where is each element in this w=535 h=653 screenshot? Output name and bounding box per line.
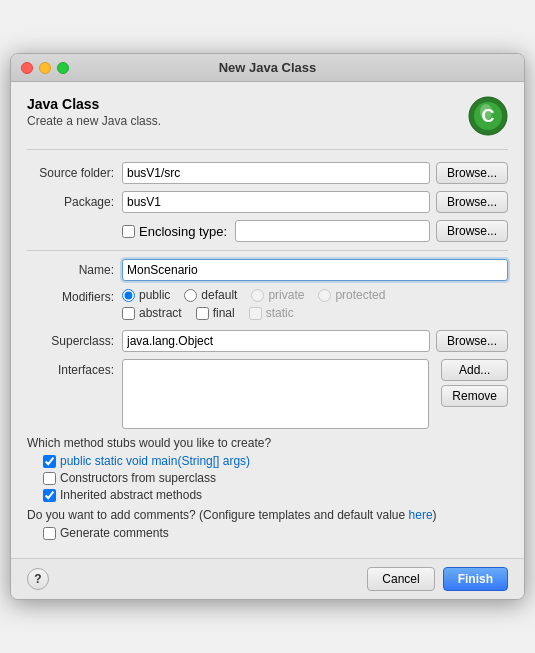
modifier-private-label: private [268, 288, 304, 302]
modifier-abstract-label: abstract [139, 306, 182, 320]
superclass-row: Superclass: Browse... [27, 330, 508, 352]
modifier-default-label: default [201, 288, 237, 302]
modifier-private-radio[interactable] [251, 289, 264, 302]
comments-question: Do you want to add comments? (Configure … [27, 508, 508, 522]
enclosing-type-input[interactable] [235, 220, 430, 242]
name-input[interactable] [122, 259, 508, 281]
modifier-static-label: static [266, 306, 294, 320]
modifier-public-label: public [139, 288, 170, 302]
interfaces-buttons: Add... Remove [435, 359, 508, 407]
modifiers-row: Modifiers: public default private [27, 288, 508, 324]
traffic-lights [21, 62, 69, 74]
footer-buttons: Cancel Finish [367, 567, 508, 591]
package-input[interactable] [122, 191, 430, 213]
stub-inherited: Inherited abstract methods [43, 488, 508, 502]
titlebar: New Java Class [11, 54, 524, 82]
stub-constructors: Constructors from superclass [43, 471, 508, 485]
stub-inherited-checkbox[interactable] [43, 489, 56, 502]
modifier-protected-radio[interactable] [318, 289, 331, 302]
source-folder-input[interactable] [122, 162, 430, 184]
comments-here-link[interactable]: here [409, 508, 433, 522]
modifiers-visibility-row: public default private protected [122, 288, 508, 302]
dialog-title: New Java Class [219, 60, 317, 75]
generate-comments-checkbox[interactable] [43, 527, 56, 540]
stub-constructors-checkbox[interactable] [43, 472, 56, 485]
name-row: Name: [27, 259, 508, 281]
modifier-public[interactable]: public [122, 288, 170, 302]
modifiers-extra-row: abstract final static [122, 306, 508, 320]
comments-question-text: Do you want to add comments? (Configure … [27, 508, 405, 522]
stub-main-checkbox[interactable] [43, 455, 56, 468]
interfaces-textarea[interactable] [122, 359, 429, 429]
modifier-static-checkbox[interactable] [249, 307, 262, 320]
interfaces-label: Interfaces: [27, 359, 122, 377]
interfaces-row: Interfaces: Add... Remove [27, 359, 508, 429]
generate-comments-label: Generate comments [60, 526, 169, 540]
modifier-private[interactable]: private [251, 288, 304, 302]
name-label: Name: [27, 263, 122, 277]
package-row: Package: Browse... [27, 191, 508, 213]
stub-main-text: public static void main(String[] args) [60, 454, 250, 468]
eclipse-icon: C [468, 96, 508, 139]
modifier-public-radio[interactable] [122, 289, 135, 302]
modifier-abstract[interactable]: abstract [122, 306, 182, 320]
finish-button[interactable]: Finish [443, 567, 508, 591]
interfaces-remove-button[interactable]: Remove [441, 385, 508, 407]
package-browse-button[interactable]: Browse... [436, 191, 508, 213]
footer: ? Cancel Finish [11, 558, 524, 599]
header-text: Java Class Create a new Java class. [27, 96, 161, 128]
modifier-final-label: final [213, 306, 235, 320]
modifier-final[interactable]: final [196, 306, 235, 320]
modifiers-label: Modifiers: [27, 288, 122, 304]
new-java-class-dialog: New Java Class Java Class Create a new J… [10, 53, 525, 600]
header-subtitle: Create a new Java class. [27, 114, 161, 128]
minimize-button[interactable] [39, 62, 51, 74]
enclosing-type-text: Enclosing type: [139, 224, 227, 239]
enclosing-type-browse-button[interactable]: Browse... [436, 220, 508, 242]
modifier-static[interactable]: static [249, 306, 294, 320]
modifier-protected[interactable]: protected [318, 288, 385, 302]
modifier-final-checkbox[interactable] [196, 307, 209, 320]
enclosing-type-checkbox-row: Enclosing type: [122, 220, 430, 242]
stubs-question: Which method stubs would you like to cre… [27, 436, 508, 450]
interfaces-add-button[interactable]: Add... [441, 359, 508, 381]
generate-comments-row: Generate comments [43, 526, 508, 540]
close-button[interactable] [21, 62, 33, 74]
source-folder-browse-button[interactable]: Browse... [436, 162, 508, 184]
superclass-browse-button[interactable]: Browse... [436, 330, 508, 352]
modifier-default[interactable]: default [184, 288, 237, 302]
stubs-section: Which method stubs would you like to cre… [27, 436, 508, 502]
dialog-content: Java Class Create a new Java class. C So… [11, 82, 524, 558]
enclosing-type-checkbox[interactable] [122, 225, 135, 238]
source-folder-row: Source folder: Browse... [27, 162, 508, 184]
stub-constructors-label: Constructors from superclass [60, 471, 216, 485]
header-section: Java Class Create a new Java class. C [27, 96, 508, 150]
superclass-label: Superclass: [27, 334, 122, 348]
enclosing-type-row: Enclosing type: Browse... [27, 220, 508, 242]
package-label: Package: [27, 195, 122, 209]
stub-main-label: public static void main(String[] args) [60, 454, 250, 468]
source-folder-label: Source folder: [27, 166, 122, 180]
help-button[interactable]: ? [27, 568, 49, 590]
stub-main: public static void main(String[] args) [43, 454, 508, 468]
modifier-protected-label: protected [335, 288, 385, 302]
cancel-button[interactable]: Cancel [367, 567, 434, 591]
modifier-abstract-checkbox[interactable] [122, 307, 135, 320]
stub-inherited-label: Inherited abstract methods [60, 488, 202, 502]
comments-section: Do you want to add comments? (Configure … [27, 508, 508, 540]
header-title: Java Class [27, 96, 161, 112]
maximize-button[interactable] [57, 62, 69, 74]
divider-1 [27, 250, 508, 251]
svg-text:C: C [482, 106, 495, 126]
modifier-default-radio[interactable] [184, 289, 197, 302]
superclass-input[interactable] [122, 330, 430, 352]
modifiers-container: public default private protected [122, 288, 508, 324]
